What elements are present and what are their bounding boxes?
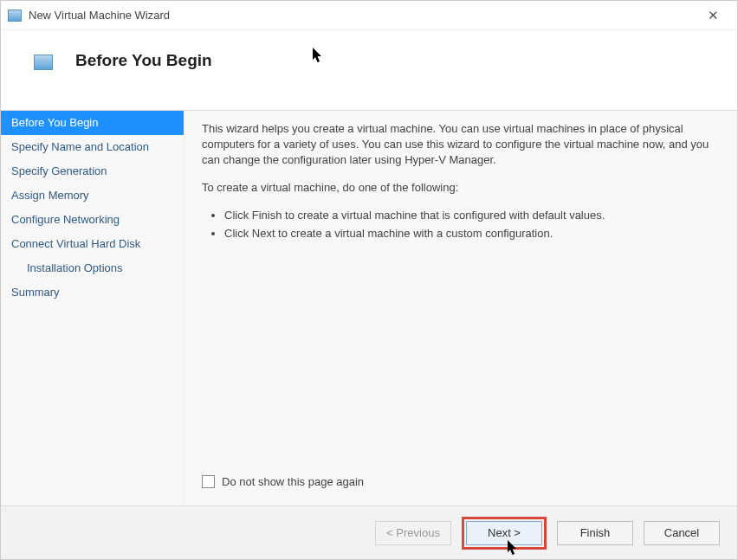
page-title: Before You Begin [75, 51, 212, 70]
highlight-box: Next > [462, 517, 547, 550]
next-button[interactable]: Next > [466, 521, 542, 545]
monitor-icon [34, 55, 53, 70]
wizard-content: This wizard helps you create a virtual m… [184, 111, 737, 505]
options-list: Click Finish to create a virtual machine… [202, 208, 720, 244]
checkbox-icon[interactable] [202, 475, 215, 488]
sidebar-step[interactable]: Summary [1, 280, 184, 305]
close-icon[interactable]: ✕ [696, 3, 730, 28]
app-icon [8, 10, 22, 22]
wizard-body: Before You BeginSpecify Name and Locatio… [1, 110, 737, 505]
window-title: New Virtual Machine Wizard [29, 9, 696, 22]
sidebar-step[interactable]: Before You Begin [1, 111, 184, 135]
list-item: Click Finish to create a virtual machine… [224, 208, 720, 223]
intro-text: This wizard helps you create a virtual m… [202, 121, 720, 168]
previous-button: < Previous [375, 521, 451, 545]
sidebar-step[interactable]: Installation Options [1, 256, 184, 280]
list-item: Click Next to create a virtual machine w… [224, 226, 720, 241]
subhead-text: To create a virtual machine, do one of t… [202, 180, 720, 196]
sidebar-step[interactable]: Specify Name and Location [1, 135, 184, 159]
titlebar: New Virtual Machine Wizard ✕ [1, 1, 737, 30]
sidebar-step[interactable]: Specify Generation [1, 159, 184, 183]
dont-show-checkbox-row[interactable]: Do not show this page again [202, 470, 720, 497]
sidebar-step[interactable]: Connect Virtual Hard Disk [1, 232, 184, 256]
wizard-footer: < Previous Next > Finish Cancel [1, 505, 737, 559]
cursor-pointer-icon [313, 48, 323, 63]
wizard-sidebar: Before You BeginSpecify Name and Locatio… [1, 111, 184, 505]
wizard-window: New Virtual Machine Wizard ✕ Before You … [0, 0, 738, 560]
wizard-header: Before You Begin [1, 30, 737, 110]
sidebar-step[interactable]: Configure Networking [1, 208, 184, 232]
finish-button[interactable]: Finish [557, 521, 633, 545]
cancel-button[interactable]: Cancel [644, 521, 720, 545]
sidebar-step[interactable]: Assign Memory [1, 183, 184, 208]
checkbox-label: Do not show this page again [222, 475, 364, 488]
